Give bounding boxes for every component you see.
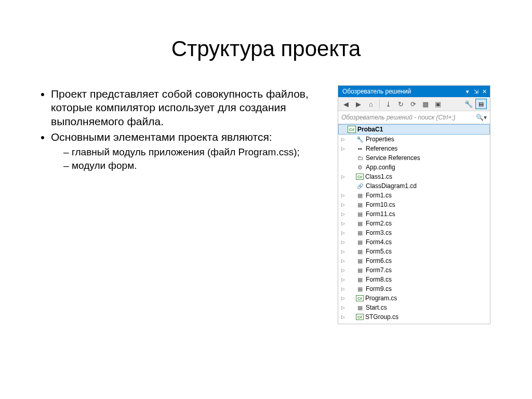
tree-item-form9[interactable]: ▷ ▦ Form9.cs xyxy=(338,284,490,294)
form-icon: ▦ xyxy=(356,229,364,236)
tree-item-properties[interactable]: ▷ 🔧 Properties xyxy=(338,135,490,144)
search-input[interactable]: Обозреватель решений - поиск (Ctrl+;) 🔍▾ xyxy=(338,111,490,124)
tree-item-class1[interactable]: ▷ C# Class1.cs xyxy=(338,172,490,181)
form-icon: ▦ xyxy=(356,238,364,246)
chevron-right-icon[interactable]: ▷ xyxy=(340,314,345,320)
tree-label: ClassDiagram1.cd xyxy=(366,182,417,190)
form-icon: ▦ xyxy=(356,210,364,218)
tree-item-form11[interactable]: ▷ ▦ Form11.cs xyxy=(338,209,490,219)
chevron-right-icon[interactable]: ▷ xyxy=(340,277,345,282)
references-icon: ▪▪ xyxy=(356,145,364,152)
tree-label: Class1.cs xyxy=(365,173,392,180)
chevron-right-icon[interactable]: ▷ xyxy=(340,146,345,151)
pin-icon[interactable]: ⇲ xyxy=(472,88,480,95)
tree-item-form1[interactable]: ▷ ▦ Form1.cs xyxy=(338,191,490,200)
tree-item-form3[interactable]: ▷ ▦ Form3.cs xyxy=(338,228,490,237)
panel-titlebar[interactable]: Обозреватель решений ▾ ⇲ ✕ xyxy=(338,86,490,97)
tree-item-appconfig[interactable]: ⚙ App.config xyxy=(338,163,490,172)
forward-icon[interactable]: ▶ xyxy=(354,99,363,109)
chevron-right-icon[interactable]: ▷ xyxy=(340,137,345,142)
search-placeholder: Обозреватель решений - поиск (Ctrl+;) xyxy=(341,114,456,121)
folder-icon: 🗀 xyxy=(356,154,364,162)
refresh-icon[interactable]: ↻ xyxy=(396,99,405,109)
cs-file-icon: C# xyxy=(356,174,364,180)
chevron-right-icon[interactable]: ▷ xyxy=(340,193,345,198)
collapse-icon[interactable]: ⤓ xyxy=(383,99,393,109)
form-icon: ▦ xyxy=(356,201,364,208)
wrench-icon: 🔧 xyxy=(356,136,364,143)
panel-toolbar: ◀ ▶ ⌂ ⤓ ↻ ⟳ ▦ ▣ 🔧 ▤ xyxy=(338,97,490,111)
tree-label: Form9.cs xyxy=(366,285,392,292)
tree-label: Properties xyxy=(366,136,394,143)
dropdown-icon[interactable]: ▾ xyxy=(464,88,471,95)
view-code-icon[interactable]: ▤ xyxy=(475,99,487,109)
form-icon: ▦ xyxy=(356,267,364,274)
tree-item-form8[interactable]: ▷ ▦ Form8.cs xyxy=(338,275,490,284)
chevron-right-icon[interactable]: ▷ xyxy=(340,230,345,235)
tree-label: Form5.cs xyxy=(366,248,392,255)
tree-label: Start.cs xyxy=(366,304,387,311)
chevron-right-icon[interactable]: ▷ xyxy=(340,211,345,217)
chevron-right-icon[interactable]: ▷ xyxy=(340,249,345,254)
tree-label: Form8.cs xyxy=(366,276,392,283)
chevron-right-icon[interactable]: ▷ xyxy=(340,296,345,301)
bullet-1: Проект представляет собой совокупность ф… xyxy=(51,87,328,128)
search-icon[interactable]: 🔍▾ xyxy=(476,114,487,121)
back-icon[interactable]: ◀ xyxy=(341,99,351,109)
sync-icon[interactable]: ⟳ xyxy=(408,99,418,109)
chevron-right-icon[interactable]: ▷ xyxy=(340,202,345,207)
tree-label: Form7.cs xyxy=(366,267,392,274)
tree-item-form5[interactable]: ▷ ▦ Form5.cs xyxy=(338,247,490,256)
tree-item-form7[interactable]: ▷ ▦ Form7.cs xyxy=(338,265,490,275)
tree-item-program[interactable]: ▷ C# Program.cs xyxy=(338,294,490,303)
slide-text: Проект представляет собой совокупность ф… xyxy=(35,87,328,174)
properties-icon[interactable]: 🔧 xyxy=(464,99,473,109)
solution-explorer-panel: Обозреватель решений ▾ ⇲ ✕ ◀ ▶ ⌂ ⤓ ↻ ⟳ ▦… xyxy=(338,85,490,324)
tree-item-service-references[interactable]: 🗀 Service References xyxy=(338,153,490,163)
csproj-icon: C# xyxy=(348,126,356,133)
tree-label: Form6.cs xyxy=(366,257,392,264)
preview-icon[interactable]: ▣ xyxy=(433,99,443,109)
chevron-right-icon[interactable]: ▷ xyxy=(340,268,345,273)
chevron-right-icon[interactable]: ▷ xyxy=(340,221,345,226)
tree-item-form6[interactable]: ▷ ▦ Form6.cs xyxy=(338,256,490,265)
form-icon: ▦ xyxy=(356,192,364,199)
chevron-right-icon[interactable]: ▷ xyxy=(340,305,345,310)
tree-item-references[interactable]: ▷ ▪▪ References xyxy=(338,144,490,153)
sub-bullet-1: главный модуль приложения (файл Program.… xyxy=(63,146,328,158)
tree-item-form10[interactable]: ▷ ▦ Form10.cs xyxy=(338,200,490,209)
toolbar-separator xyxy=(379,99,380,109)
tree-label: Form1.cs xyxy=(366,192,392,199)
bullet-2-text: Основными элементами проекта являются: xyxy=(51,131,272,143)
tree-item-stgroup[interactable]: ▷ C# STGroup.cs xyxy=(338,312,490,322)
tree-item-start[interactable]: ▷ ▦ Start.cs xyxy=(338,303,490,312)
home-icon[interactable]: ⌂ xyxy=(366,99,376,109)
cs-file-icon: C# xyxy=(356,295,364,301)
showall-icon[interactable]: ▦ xyxy=(421,99,430,109)
sub-bullet-2: модули форм. xyxy=(63,159,328,172)
bullet-2: Основными элементами проекта являются: г… xyxy=(51,130,328,172)
tree-label: Form2.cs xyxy=(366,220,392,227)
panel-title: Обозреватель решений xyxy=(342,86,411,97)
tree-item-classdiagram[interactable]: 🔗 ClassDiagram1.cd xyxy=(338,181,490,191)
tree-project-root[interactable]: C# ProbaC1 xyxy=(338,124,490,135)
tree-label: Service References xyxy=(366,154,420,162)
chevron-right-icon[interactable]: ▷ xyxy=(340,174,345,179)
chevron-right-icon[interactable]: ▷ xyxy=(340,258,345,263)
tree-label: References xyxy=(366,145,397,152)
chevron-right-icon[interactable]: ▷ xyxy=(340,240,345,245)
cs-file-icon: C# xyxy=(356,314,364,320)
project-tree: C# ProbaC1 ▷ 🔧 Properties ▷ ▪▪ Reference… xyxy=(338,124,490,324)
tree-item-form2[interactable]: ▷ ▦ Form2.cs xyxy=(338,219,490,228)
form-icon: ▦ xyxy=(356,220,364,227)
form-icon: ▦ xyxy=(356,285,364,292)
tree-label: Form10.cs xyxy=(366,201,395,208)
form-icon: ▦ xyxy=(356,276,364,283)
tree-label: Form3.cs xyxy=(366,229,392,236)
chevron-right-icon[interactable]: ▷ xyxy=(340,286,345,291)
form-icon: ▦ xyxy=(356,304,364,311)
page-title: Структура проекта xyxy=(0,36,532,61)
close-icon[interactable]: ✕ xyxy=(481,88,488,95)
tree-item-form4[interactable]: ▷ ▦ Form4.cs xyxy=(338,237,490,247)
tree-label: App.config xyxy=(366,164,395,171)
